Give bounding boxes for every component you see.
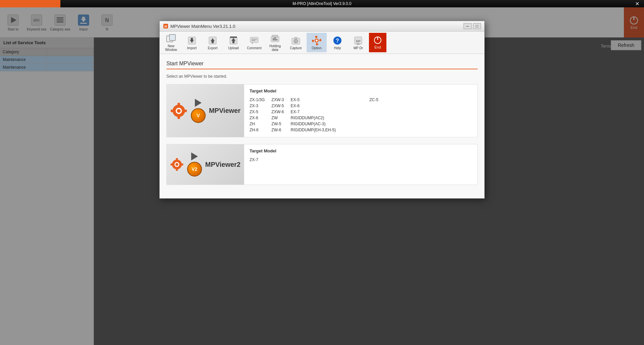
target-model-label-2: Target Model <box>250 148 472 153</box>
mp-dr-button[interactable]: MP Dr MP Dr <box>348 33 368 52</box>
svg-marker-29 <box>252 43 253 44</box>
svg-point-60 <box>177 109 180 113</box>
modal-export-label: Export <box>208 46 218 50</box>
model-cell <box>342 121 369 127</box>
modal-export-icon <box>207 35 218 46</box>
table-row: ZX-1/3G ZXW-3 EX-5 ZC-5 <box>250 97 385 103</box>
svg-rect-27 <box>230 37 237 38</box>
svg-rect-75 <box>170 163 173 165</box>
model-cell <box>342 127 369 133</box>
modal-end-button[interactable]: End <box>369 33 386 52</box>
holding-data-icon <box>270 33 280 44</box>
mpviewer2-badge-area: V2 <box>187 152 202 177</box>
svg-rect-36 <box>276 39 277 41</box>
mp-dr-icon: MP Dr <box>353 35 364 46</box>
model-cell: ZW-6 <box>271 127 290 133</box>
upload-button[interactable]: Upload <box>223 33 244 52</box>
model-cell: EX-5 <box>290 97 342 103</box>
model-cell: ZH-6 <box>250 127 271 133</box>
model-cell: RIGIDDUMP(AC2) <box>290 115 342 121</box>
comment-icon <box>249 35 260 46</box>
svg-point-42 <box>316 40 318 42</box>
mpviewer2-model-area: Target Model ZX-7 <box>244 144 477 185</box>
model-cell: ZXW-6 <box>271 109 290 115</box>
capture-label: Capture <box>290 46 302 50</box>
mpviewer2-card[interactable]: V2 MPViewer2 Target Model ZX-7 <box>166 144 478 185</box>
modal-end-icon <box>373 36 382 45</box>
svg-rect-35 <box>274 37 276 41</box>
svg-rect-62 <box>177 116 180 119</box>
modal-export-button[interactable]: Export <box>203 33 223 52</box>
model-cell <box>369 109 385 115</box>
play-arrow-icon <box>195 99 202 107</box>
svg-rect-38 <box>294 37 297 39</box>
modal-end-label: End <box>374 45 381 49</box>
table-row: ZH-6 ZW-6 RIGIDDUMP(EH-3,EH-5) <box>250 127 385 133</box>
svg-text:?: ? <box>336 38 339 44</box>
model-cell: ZX-1/3G <box>250 97 271 103</box>
svg-text:Dr: Dr <box>357 43 360 46</box>
capture-button[interactable]: Capture <box>286 33 306 52</box>
modal-restore-button[interactable]: □ <box>473 23 481 29</box>
app-title: M-PRO [AllinOneTool] Ver3.9.0.0 <box>292 1 351 6</box>
modal-title-bar: M MPViewer MainMenu Ver3.21.1.0 ─ □ <box>160 21 484 31</box>
comment-button[interactable]: Comment <box>244 33 264 52</box>
app-close-button[interactable] <box>631 0 644 7</box>
modal-import-label: Import <box>187 46 197 50</box>
model-cell: ZH <box>250 121 271 127</box>
section-title: Start MPViewer <box>166 61 478 69</box>
model-cell <box>342 103 369 109</box>
modal-import-icon <box>186 35 197 46</box>
svg-rect-74 <box>181 163 183 165</box>
svg-rect-63 <box>184 110 187 112</box>
play-arrow-icon-2 <box>191 152 198 160</box>
help-icon: ? <box>332 35 343 46</box>
model-cell <box>342 97 369 103</box>
model-cell: ZX-6 <box>250 115 271 121</box>
svg-rect-72 <box>176 158 178 160</box>
modal-controls: ─ □ <box>464 23 481 29</box>
model-cell <box>369 115 385 121</box>
mpviewer2-gear-icon <box>170 155 184 174</box>
upload-icon <box>228 35 239 46</box>
mpviewer-badge: V <box>191 108 206 123</box>
svg-rect-61 <box>177 102 180 106</box>
modal-minimize-button[interactable]: ─ <box>464 23 472 29</box>
mpviewer-badge-area: V <box>191 99 206 123</box>
model-cell <box>369 103 385 109</box>
new-window-label: New Window <box>162 44 180 52</box>
table-row: ZH ZW-5 RIGIDDUMP(AC-3) <box>250 121 385 127</box>
holding-data-button[interactable]: Holding data <box>265 33 285 52</box>
mpviewer-model-table: ZX-1/3G ZXW-3 EX-5 ZC-5 ZX-3 ZXW-5 EX-6 <box>250 97 385 133</box>
mpviewer2-icon-area: V2 MPViewer2 <box>167 144 244 185</box>
mpviewer-card[interactable]: V MPViewer Target Model ZX-1/3G ZXW-3 EX… <box>166 84 478 137</box>
model-cell: ZX-7 <box>250 157 265 163</box>
svg-rect-64 <box>171 110 174 112</box>
new-window-button[interactable]: New Window <box>161 33 181 52</box>
model-cell: ZW <box>271 115 290 121</box>
close-icon <box>636 2 639 5</box>
help-button[interactable]: ? Help <box>327 33 347 52</box>
capture-icon <box>290 35 301 46</box>
svg-point-71 <box>175 163 178 166</box>
model-cell: EX-6 <box>290 103 342 109</box>
table-row: ZX-5 ZXW-6 EX-7 <box>250 109 385 115</box>
model-cell: ZC-5 <box>369 97 385 103</box>
model-cell <box>369 121 385 127</box>
modal-title: M MPViewer MainMenu Ver3.21.1.0 <box>163 23 235 29</box>
mpviewer-gear-icon <box>170 101 187 120</box>
model-cell: ZX-5 <box>250 109 271 115</box>
option-icon <box>311 35 322 46</box>
modal-import-button[interactable]: Import <box>182 33 202 52</box>
option-button[interactable]: Option <box>307 33 327 52</box>
mp-dr-label: MP Dr <box>354 46 363 50</box>
svg-rect-33 <box>272 35 278 37</box>
model-cell: ZXW-5 <box>271 103 290 109</box>
table-row: ZX-3 ZXW-5 EX-6 <box>250 103 385 109</box>
table-row: ZX-7 <box>250 157 265 163</box>
svg-text:M: M <box>164 25 167 28</box>
model-cell: EX-7 <box>290 109 342 115</box>
mpviewer-icon-area: V MPViewer <box>167 84 244 137</box>
modal-subtitle: Select an MPViewer to be started. <box>166 74 478 79</box>
svg-rect-34 <box>273 38 274 41</box>
